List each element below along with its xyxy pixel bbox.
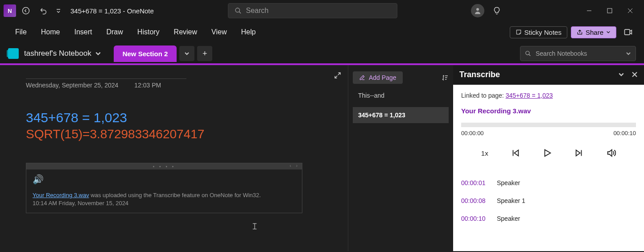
expand-fullscreen-button[interactable] (334, 71, 342, 79)
time-total: 00:00:10 (613, 130, 636, 136)
page-item[interactable]: This--and (353, 87, 449, 103)
linked-prefix: Linked to page: (461, 92, 506, 99)
menu-help[interactable]: Help (234, 25, 263, 39)
close-pane-button[interactable] (632, 71, 638, 78)
menu-file[interactable]: File (8, 25, 34, 39)
chevron-down-icon (95, 50, 101, 57)
linked-page-link[interactable]: 345+678 = 1,023 (506, 92, 553, 99)
note-canvas[interactable]: Wednesday, September 25, 2024 12:03 PM 3… (0, 64, 348, 251)
transcript-row[interactable]: 00:00:01Speaker (461, 174, 636, 192)
skip-back-button[interactable] (510, 148, 520, 158)
notebook-name: tashreef's Notebook (24, 49, 91, 58)
notebook-search-placeholder: Search Notebooks (536, 50, 621, 57)
sort-pages-button[interactable] (442, 74, 449, 81)
transcript-timestamp: 00:00:08 (461, 197, 489, 204)
playback-speed-button[interactable]: 1x (481, 149, 488, 157)
sticky-notes-label: Sticky Notes (524, 29, 561, 36)
share-label: Share (586, 29, 603, 36)
transcribe-recording-name: Your Recording 3.wav (461, 107, 636, 115)
page-item[interactable]: 345+678 = 1,023 (353, 107, 449, 123)
search-icon (235, 7, 242, 14)
recording-upload-text: was uploaded using the Transcribe featur… (89, 192, 261, 198)
speaker-icon: 🔊 (33, 174, 296, 185)
linked-page-row: Linked to page: 345+678 = 1,023 (461, 92, 636, 99)
search-placeholder: Search (246, 7, 269, 15)
svg-rect-4 (607, 8, 612, 13)
share-icon (577, 29, 583, 35)
transcript-speaker: Speaker (497, 179, 520, 186)
notebook-selector[interactable]: tashreef's Notebook (24, 49, 101, 58)
svg-point-6 (526, 51, 529, 55)
account-avatar[interactable] (471, 4, 484, 17)
notebook-icon (8, 48, 19, 59)
document-title: 345+678 = 1,023 - OneNote (70, 7, 154, 15)
transcript-speaker: Speaker 1 (497, 197, 525, 204)
app-icon: N (4, 4, 16, 17)
note-time: 12:03 PM (134, 82, 161, 89)
svg-point-0 (23, 8, 29, 14)
search-icon (525, 50, 531, 57)
menu-home[interactable]: Home (34, 25, 67, 39)
undo-button[interactable] (36, 3, 52, 19)
time-elapsed: 00:00:00 (461, 130, 484, 136)
back-button[interactable] (18, 3, 34, 19)
svg-point-2 (476, 8, 479, 11)
add-page-button[interactable]: Add Page (353, 71, 403, 84)
transcript-row[interactable]: 00:00:10Speaker (461, 210, 636, 227)
transcript-timestamp: 00:00:01 (461, 179, 489, 186)
block-drag-handle[interactable]: • • • • (26, 163, 302, 169)
add-section-button[interactable]: + (197, 46, 212, 61)
menu-history[interactable]: History (130, 25, 167, 39)
menu-view[interactable]: View (204, 25, 234, 39)
note-date: Wednesday, September 25, 2024 (26, 82, 118, 89)
note-line-math2[interactable]: SQRT(15)=3.872983346207417 (26, 127, 340, 141)
add-page-label: Add Page (369, 74, 396, 81)
svg-point-1 (235, 8, 239, 12)
section-tab[interactable]: New Section 2 (114, 45, 177, 62)
recording-link[interactable]: Your Recording 3.wav (33, 192, 89, 198)
sticky-notes-button[interactable]: Sticky Notes (510, 26, 567, 38)
minimize-button[interactable] (579, 0, 599, 21)
play-button[interactable] (542, 148, 552, 158)
skip-forward-button[interactable] (574, 148, 584, 158)
menu-draw[interactable]: Draw (99, 25, 130, 39)
volume-button[interactable] (606, 148, 616, 158)
transcript-timestamp: 00:00:10 (461, 215, 489, 222)
transcript-speaker: Speaker (497, 215, 520, 222)
share-button[interactable]: Share (571, 26, 616, 38)
notebook-search-input[interactable]: Search Notebooks (520, 46, 636, 61)
section-tabs-dropdown[interactable] (179, 46, 194, 61)
search-input[interactable]: Search (228, 3, 397, 18)
transcribe-pane-title: Transcribe (459, 70, 500, 79)
lightbulb-tips-button[interactable] (489, 3, 505, 19)
recording-timestamp: 10:14 AM Friday, November 15, 2024 (33, 200, 296, 207)
customize-qat-chevron[interactable] (54, 3, 63, 19)
note-line-math1[interactable]: 345+678 = 1,023 (26, 110, 340, 125)
chevron-down-icon (626, 51, 631, 56)
svg-rect-5 (625, 29, 630, 35)
meeting-button[interactable] (620, 24, 636, 40)
menu-insert[interactable]: Insert (67, 25, 99, 39)
collapse-pane-button[interactable] (618, 71, 624, 78)
close-button[interactable] (620, 0, 640, 21)
transcript-row[interactable]: 00:00:08Speaker 1 (461, 192, 636, 210)
edit-icon (359, 74, 365, 81)
audio-progress-bar[interactable] (461, 123, 636, 127)
chevron-down-icon (606, 30, 611, 34)
sticky-note-icon (516, 29, 522, 35)
menu-review[interactable]: Review (167, 25, 204, 39)
audio-attachment-block[interactable]: • • • • 🔊 Your Recording 3.wav was uploa… (26, 163, 302, 213)
maximize-button[interactable] (599, 0, 620, 21)
